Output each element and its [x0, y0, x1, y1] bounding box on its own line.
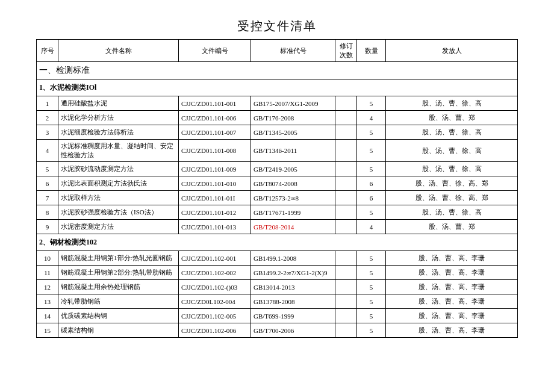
header-std: 标准代号: [251, 40, 335, 62]
table-row: 5水泥胶砂流动度测定方法CJJC/ZD01.101-009GB/T2419-20…: [37, 162, 518, 176]
section-header-cell: 一、检测标准: [37, 62, 518, 79]
cell-std: GB/T1346-2011: [251, 140, 335, 162]
table-row: 2水泥化学分析方法CJJC/ZD01.101-006GB/T176-20084股…: [37, 111, 518, 125]
cell-seq: 1: [37, 96, 58, 111]
subsection-header-1: 1、水泥检测类IOl: [37, 79, 518, 96]
cell-dist: 股、汤、曹、郑: [386, 111, 518, 125]
cell-qty: 4: [357, 111, 386, 125]
cell-seq: 9: [37, 220, 58, 234]
cell-code: CJJC/ZD01.102-006: [179, 323, 251, 338]
cell-std: GB/T208-2014: [251, 220, 335, 234]
cell-dist: 股、汤、曹、高、李珊: [386, 251, 518, 266]
cell-name: 水泥化学分析方法: [58, 111, 179, 125]
cell-seq: 5: [37, 162, 58, 176]
cell-dist: 股、汤、曹、徐、高: [386, 125, 518, 140]
cell-code: CJJC/ZD01.101-013: [179, 220, 251, 234]
cell-qty: 5: [357, 323, 386, 338]
cell-rev: [335, 205, 357, 220]
cell-dist: 股、汤、曹、郑: [386, 220, 518, 234]
cell-seq: 2: [37, 111, 58, 125]
subsection-header-1-cell: 1、水泥检测类IOl: [37, 79, 518, 96]
cell-qty: 5: [357, 140, 386, 162]
cell-code: CJJC/ZD01.101-006: [179, 111, 251, 125]
cell-seq: 10: [37, 251, 58, 266]
cell-dist: 股、汤、曹、高、李珊: [386, 309, 518, 323]
table-row: 11钢筋混凝土用钢第2部分:热轧带肋钢筋CJJC/ZD01.102-002GB1…: [37, 266, 518, 280]
cell-std: GB/T2419-2005: [251, 162, 335, 176]
cell-code: CJJC/ZD01.102-005: [179, 309, 251, 323]
cell-seq: 13: [37, 294, 58, 309]
table-row: 13冷轧带肋钢筋CJJC/ZD0L102-004GB13788-20085股、汤…: [37, 294, 518, 309]
cell-code: CJJC/ZD0L102-004: [179, 294, 251, 309]
cell-std: GB1499.2-2∞7/XG1-2(X)9: [251, 266, 335, 280]
cell-std: GB13788-2008: [251, 294, 335, 309]
cell-code: CJJC/ZD01.101-001: [179, 96, 251, 111]
cell-std: GB/T17671-1999: [251, 205, 335, 220]
cell-code: CJJC/ZD01.101-010: [179, 176, 251, 191]
cell-rev: [335, 323, 357, 338]
cell-seq: 7: [37, 191, 58, 205]
cell-name: 通用硅酸盐水泥: [58, 96, 179, 111]
cell-code: CJJC/ZD01.102-001: [179, 251, 251, 266]
cell-std: GB175-2007/XG1-2009: [251, 96, 335, 111]
table-header-row: 序号 文件名称 文件编号 标准代号 修订次数 数量 发放人: [37, 40, 518, 62]
table-row: 1通用硅酸盐水泥CJJC/ZD01.101-001GB175-2007/XG1-…: [37, 96, 518, 111]
cell-dist: 股、汤、曹、高、李珊: [386, 323, 518, 338]
cell-code: CJJC/ZD01.102-()03: [179, 280, 251, 294]
cell-dist: 股、汤、曹、徐、高: [386, 205, 518, 220]
cell-rev: [335, 162, 357, 176]
cell-rev: [335, 309, 357, 323]
cell-std: GB/T12573-2∞8: [251, 191, 335, 205]
cell-std: GB/T176-2008: [251, 111, 335, 125]
cell-qty: 6: [357, 176, 386, 191]
cell-qty: 5: [357, 205, 386, 220]
table-row: 7水泥取样方法CJJC/ZD01.101-01IGB/T12573-2∞86股、…: [37, 191, 518, 205]
cell-qty: 5: [357, 96, 386, 111]
table-row: 14优质碳素结构钢CJJC/ZD01.102-005GB/T699-19995股…: [37, 309, 518, 323]
cell-std: GB13014-2013: [251, 280, 335, 294]
cell-std: GB/T8074-2008: [251, 176, 335, 191]
cell-dist: 股、汤、曹、高、李珊: [386, 266, 518, 280]
section-header: 一、检测标准: [37, 62, 518, 79]
header-dist: 发放人: [386, 40, 518, 62]
cell-rev: [335, 191, 357, 205]
cell-name: 水泥胶砂流动度测定方法: [58, 162, 179, 176]
cell-code: CJJC/ZD01.101-012: [179, 205, 251, 220]
cell-name: 水泥比表面积测定方法勃氏法: [58, 176, 179, 191]
cell-qty: 4: [357, 220, 386, 234]
cell-seq: 15: [37, 323, 58, 338]
cell-qty: 5: [357, 162, 386, 176]
header-seq: 序号: [37, 40, 58, 62]
cell-rev: [335, 140, 357, 162]
cell-name: 水泥细度检验方法筛析法: [58, 125, 179, 140]
cell-code: CJJC/ZD01.101-007: [179, 125, 251, 140]
cell-std: GB/T699-1999: [251, 309, 335, 323]
cell-name: 钢筋混凝土用钢第2部分:热轧带肋钢筋: [58, 266, 179, 280]
cell-dist: 股、汤、曹、徐、高: [386, 162, 518, 176]
cell-qty: 5: [357, 125, 386, 140]
cell-name: 水泥密度测定方法: [58, 220, 179, 234]
cell-dist: 股、汤、曹、徐、高: [386, 96, 518, 111]
cell-dist: 股、汤、曹、徐、高、郑: [386, 176, 518, 191]
table-row: 9水泥密度测定方法CJJC/ZD01.101-013GB/T208-20144股…: [37, 220, 518, 234]
cell-rev: [335, 220, 357, 234]
cell-name: 碳素结构钢: [58, 323, 179, 338]
cell-name: 优质碳素结构钢: [58, 309, 179, 323]
cell-std: GB/T1345-2005: [251, 125, 335, 140]
cell-rev: [335, 176, 357, 191]
cell-code: CJJC/ZD01.101-009: [179, 162, 251, 176]
cell-dist: 股、汤、曹、高、李珊: [386, 294, 518, 309]
table-row: 15碳素结构钢CJJC/ZD01.102-006GB/T700-20065股、汤…: [37, 323, 518, 338]
cell-name: 钢筋混凝土用钢第1部分:热轧光圆钢筋: [58, 251, 179, 266]
header-rev: 修订次数: [335, 40, 357, 62]
cell-rev: [335, 280, 357, 294]
table-row: 10钢筋混凝土用钢第1部分:热轧光圆钢筋CJJC/ZD01.102-001GB1…: [37, 251, 518, 266]
cell-dist: 股、汤、曹、徐、高、郑: [386, 191, 518, 205]
cell-name: 钢筋混凝土用余热处理钢筋: [58, 280, 179, 294]
cell-seq: 8: [37, 205, 58, 220]
header-qty: 数量: [357, 40, 386, 62]
cell-rev: [335, 125, 357, 140]
cell-rev: [335, 251, 357, 266]
cell-std: GB1499.1-2008: [251, 251, 335, 266]
cell-code: CJJC/ZD01.101-01I: [179, 191, 251, 205]
